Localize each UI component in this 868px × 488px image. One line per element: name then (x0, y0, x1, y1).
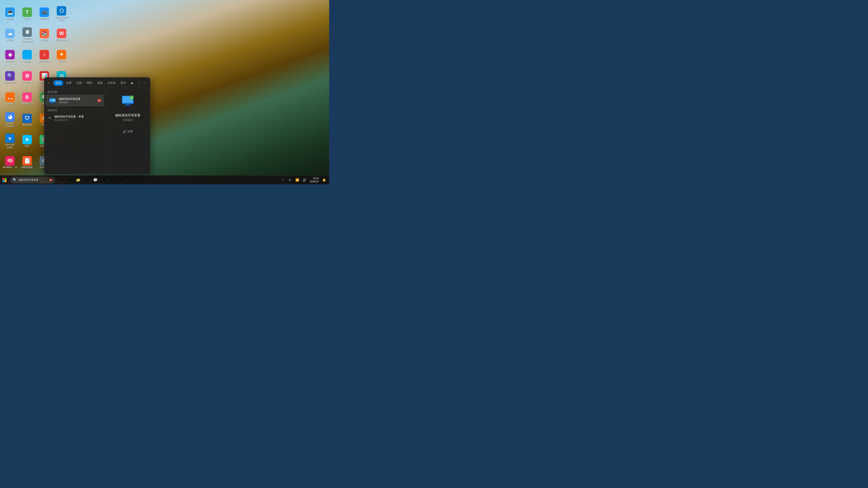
taskbar-time: 15:34 (310, 177, 319, 180)
search-body: 最佳匹配 编辑系统环境变量 控制面板 (44, 88, 150, 174)
web-search-arrow-icon: › (100, 117, 101, 120)
best-match-item[interactable]: 编辑系统环境变量 控制面板 2 (46, 95, 104, 106)
desktop-icon-firefox[interactable]: 🦊 Firefox (2, 89, 18, 109)
desktop-icon-everything[interactable]: 🔍 Everything (2, 67, 18, 88)
taskbar-date: 2024/1/2 (310, 180, 319, 183)
search-tab-all[interactable]: 全部 (53, 80, 63, 86)
icon-label-vscode: Visual Studio Code (54, 16, 69, 22)
desktop-icon-msedge[interactable]: e Microsoft Edge (2, 131, 18, 151)
desktop-icon-wangyi[interactable]: ♪ 网易云音乐 (36, 46, 53, 66)
search-tab-photos[interactable]: 照片 (119, 80, 128, 86)
more-tab-icon[interactable]: ⋯ (143, 80, 147, 86)
icon-label-diandianxiao: diandiao (6, 60, 14, 63)
taskbar-app-chrome[interactable]: ● (83, 176, 91, 184)
taskbar-notification-icon[interactable]: 🔔 (321, 177, 327, 183)
icon-label-chuantou: 箭头 (25, 145, 29, 148)
search-tab-folders[interactable]: 文件夹 (105, 80, 118, 86)
search-open-button[interactable]: 🔗 打开 (121, 129, 135, 134)
web-search-text: 编辑系统环境变量 - 查看 更多搜索结果 (54, 115, 98, 122)
desktop-icon-mindmanager[interactable]: 🧠 MindMan... 23 (2, 152, 18, 173)
taskbar-app-taskview[interactable]: ⊞ (57, 176, 65, 184)
svg-rect-8 (122, 103, 133, 104)
desktop-icon-dianchuanshezhi[interactable]: 🛡 电传设置 (19, 110, 35, 130)
icon-graphic-xiaohongshu: ✿ (22, 71, 32, 80)
icon-label-liulanqi: 浏览器 (24, 60, 31, 63)
desktop-icon-diandianxiao[interactable]: ◆ diandiao (2, 46, 18, 66)
taskbar: 🔍 编辑系统环境变量 1 ⊞🌤📁●💬🖥Oe✂y ^ 中 📶 🔊 15:34 20… (0, 175, 329, 184)
play-tab-icon[interactable]: ▶ (130, 80, 135, 86)
taskbar-app-opera-task[interactable]: O (108, 176, 117, 184)
start-button[interactable] (0, 175, 9, 185)
search-left-panel: 最佳匹配 编辑系统环境变量 控制面板 (44, 88, 105, 174)
icon-graphic-vscode: ⬡ (57, 6, 66, 15)
best-match-subtitle: 控制面板 (59, 101, 95, 104)
taskbar-clock[interactable]: 15:34 2024/1/2 (309, 177, 320, 183)
icon-label-gaoyueyuedu: 福昕阅读器 (22, 166, 33, 169)
svg-rect-4 (51, 103, 54, 103)
taskbar-apps: ⊞🌤📁●💬🖥Oe✂y (57, 176, 143, 184)
best-match-badge: 2 (97, 99, 101, 102)
taskbar-app-screen-task[interactable]: 🖥 (100, 176, 108, 184)
taskbar-app-snip[interactable]: ✂ (126, 176, 134, 184)
svg-rect-13 (5, 178, 7, 180)
desktop-icon-chuantou[interactable]: ➤ 箭头 (19, 131, 35, 151)
desktop-icon-typora[interactable]: T Typora (19, 4, 35, 24)
icon-label-txke: 腾讯课 (41, 39, 48, 41)
svg-rect-12 (2, 178, 4, 180)
icon-graphic-everything: 🔍 (5, 71, 15, 80)
icon-label-xiaohong2: 哔哩哔哩工具 (20, 102, 34, 105)
taskbar-app-explorer[interactable]: 📁 (74, 176, 82, 184)
desktop-icon-baiduyun[interactable]: ☁ 此电脑 (2, 25, 18, 45)
desktop-icon-xiaohongshu[interactable]: ✿ 小红书工具 (19, 67, 35, 88)
taskbar-app-weixin-task[interactable]: 💬 (91, 176, 99, 184)
taskbar-right: ^ 中 📶 🔊 15:34 2024/1/2 🔔 (280, 177, 329, 183)
icon-graphic-firefox: 🦊 (5, 92, 15, 102)
icon-graphic-diandian: 💻 (5, 7, 15, 17)
taskbar-lang-icon[interactable]: 中 (287, 177, 293, 183)
taskbar-search-box[interactable]: 🔍 编辑系统环境变量 1 (10, 177, 55, 184)
search-tab-docs[interactable]: 文档 (74, 80, 84, 86)
svg-rect-9 (126, 104, 129, 105)
best-match-title: 编辑系统环境变量 (59, 97, 95, 101)
taskbar-app-youdao-task[interactable]: y (134, 176, 143, 184)
desktop-icon-wps[interactable]: W WPS Office (53, 25, 70, 45)
icon-label-tencentmeeting: 腾讯会议 (40, 18, 49, 20)
taskbar-app-edge-task[interactable]: e (117, 176, 125, 184)
web-search-item[interactable]: 🔍 编辑系统环境变量 - 查看 更多搜索结果 › (46, 113, 104, 124)
svg-rect-15 (5, 180, 7, 182)
desktop-icon-vscode[interactable]: ⬡ Visual Studio Code (53, 4, 70, 24)
search-tab-settings[interactable]: 设置 (95, 80, 105, 86)
taskbar-overflow-icon[interactable]: ^ (280, 177, 286, 183)
taskbar-wifi-icon[interactable]: 📶 (294, 177, 301, 183)
desktop-icon-diandian[interactable]: 💻 此电脑 (2, 4, 18, 24)
icon-graphic-diandianxiao: ◆ (5, 50, 15, 59)
icon-label-xiaohongshu: 小红书工具 (22, 81, 33, 84)
icon-graphic-vmware: 🖥 (22, 27, 32, 37)
desktop-icon-liulanqi[interactable]: 🌐 浏览器 (19, 46, 35, 66)
taskbar-speaker-icon[interactable]: 🔊 (301, 177, 308, 183)
icon-label-wps: WPS Office (56, 39, 67, 41)
icon-label-mindmanager: MindMan... 23 (3, 166, 17, 169)
icon-graphic-xmind: ✦ (57, 50, 66, 59)
taskbar-app-widgets[interactable]: 🌤 (66, 176, 74, 184)
open-link-icon: 🔗 (123, 130, 126, 133)
desktop-icon-xmind[interactable]: ✦ Xmind (53, 46, 70, 66)
icon-graphic-wps: W (57, 29, 66, 38)
desktop-icon-xiaohong2[interactable]: B 哔哩哔哩工具 (19, 89, 35, 109)
desktop-icon-txke[interactable]: 📚 腾讯课 (36, 25, 53, 45)
search-back-button[interactable]: ← (47, 80, 52, 86)
desktop-icon-tencentmeeting[interactable]: 📹 腾讯会议 (36, 4, 53, 24)
svg-point-11 (129, 96, 134, 100)
pause-tab-icon[interactable]: ⋮ (136, 80, 141, 86)
icon-graphic-liulanqi: 🌐 (22, 50, 32, 59)
desktop-icon-vmware[interactable]: 🖥 VMware Workstation (19, 25, 35, 45)
search-tab-web[interactable]: 网页 (85, 80, 94, 86)
web-search-icon: 🔍 (49, 117, 52, 120)
desktop-icon-gaoyueyuedu[interactable]: 📄 福昕阅读器 (19, 152, 35, 173)
icon-label-msedge: Microsoft Edge (3, 143, 17, 149)
search-tab-apps[interactable]: 应用 (64, 80, 74, 86)
search-tabs: 全部应用文档网页设置文件夹照片 (53, 80, 128, 86)
taskbar-search-badge: 1 (49, 179, 53, 181)
icon-label-diandian: 此电脑 (6, 18, 13, 20)
desktop-icon-googlechrome[interactable]: ◕ Google Chrome (2, 110, 18, 130)
